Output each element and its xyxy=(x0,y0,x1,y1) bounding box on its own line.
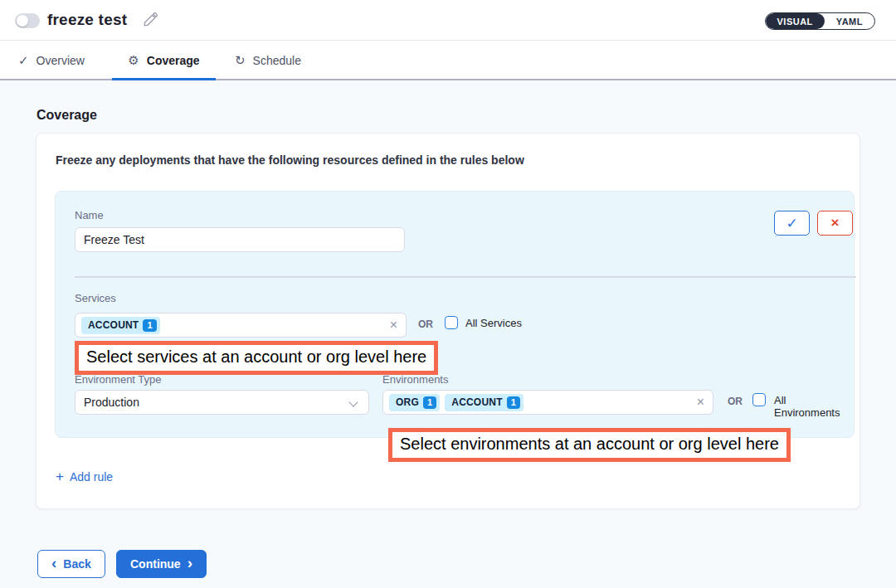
coverage-card: Freeze any deployments that have the fol… xyxy=(36,133,860,509)
name-label: Name xyxy=(75,209,104,221)
schedule-clock-icon: ↻ xyxy=(235,53,246,68)
plus-icon: + xyxy=(56,471,64,483)
environment-chip-account[interactable]: ACCOUNT 1 xyxy=(445,394,523,411)
freeze-title: freeze test xyxy=(47,11,127,29)
back-button[interactable]: ‹ Back xyxy=(37,550,105,578)
divider xyxy=(75,276,856,278)
chip-count-badge: 1 xyxy=(143,319,156,332)
confirm-rule-button[interactable]: ✓ xyxy=(774,211,810,236)
all-environments-checkbox[interactable] xyxy=(752,393,766,406)
confirm-check-icon: ✓ xyxy=(786,215,797,232)
environments-clear-icon[interactable]: × xyxy=(697,395,704,410)
chevron-left-icon: ‹ xyxy=(51,557,56,569)
services-annotation-callout: Select services at an account or org lev… xyxy=(75,341,438,375)
check-icon: ✓ xyxy=(18,53,29,68)
environment-type-select[interactable]: Production xyxy=(75,390,369,415)
tab-schedule[interactable]: ↻ Schedule xyxy=(235,41,301,80)
tab-bar: ✓ Overview ⚙ Coverage ↻ Schedule xyxy=(0,41,896,80)
continue-button-label: Continue xyxy=(130,557,181,571)
add-rule-label: Add rule xyxy=(70,470,113,484)
services-label: Services xyxy=(75,292,116,304)
card-description: Freeze any deployments that have the fol… xyxy=(56,153,524,167)
edit-pencil-icon[interactable] xyxy=(143,12,158,27)
service-chip-account[interactable]: ACCOUNT 1 xyxy=(81,317,160,334)
tab-coverage-label: Coverage xyxy=(147,54,200,67)
environment-type-value: Production xyxy=(84,396,139,409)
page-title: Coverage xyxy=(37,108,97,123)
services-clear-icon[interactable]: × xyxy=(390,318,397,333)
cancel-x-icon: × xyxy=(831,215,840,231)
environments-or-label: OR xyxy=(728,396,743,407)
continue-button[interactable]: Continue › xyxy=(116,550,207,578)
chip-count-badge: 1 xyxy=(423,396,436,409)
yaml-toggle-button[interactable]: YAML xyxy=(825,13,874,29)
back-button-label: Back xyxy=(63,557,90,571)
tab-coverage[interactable]: ⚙ Coverage xyxy=(112,41,216,80)
tab-overview[interactable]: ✓ Overview xyxy=(18,41,85,80)
chip-text: ACCOUNT xyxy=(88,319,139,331)
all-environments-label: All Environments xyxy=(774,394,854,419)
environment-type-label: Environment Type xyxy=(75,373,162,386)
services-or-label: OR xyxy=(418,318,433,330)
delete-rule-button[interactable]: × xyxy=(817,211,853,236)
tab-overview-label: Overview xyxy=(37,54,85,67)
toggle-knob xyxy=(17,15,28,27)
visual-yaml-toggle: VISUAL YAML xyxy=(765,12,876,30)
services-input[interactable]: ACCOUNT 1 × xyxy=(75,313,407,338)
add-rule-button[interactable]: + Add rule xyxy=(56,470,113,484)
active-tab-underline xyxy=(112,78,216,80)
freeze-window: freeze test VISUAL YAML ✓ Overview ⚙ Cov… xyxy=(0,0,896,588)
environments-label: Environments xyxy=(382,373,448,386)
rule-panel: Name Freeze Test ✓ × Services ACCOUNT 1 … xyxy=(55,191,855,438)
freeze-enabled-toggle[interactable] xyxy=(15,13,40,28)
chip-count-badge: 1 xyxy=(507,396,520,409)
all-services-checkbox[interactable] xyxy=(445,316,458,329)
chip-text: ORG xyxy=(396,396,419,408)
chip-text: ACCOUNT xyxy=(451,396,502,408)
name-input[interactable]: Freeze Test xyxy=(75,227,405,252)
environments-annotation-callout: Select environments at an account or org… xyxy=(388,428,791,462)
visual-toggle-button[interactable]: VISUAL xyxy=(766,13,825,29)
chevron-right-icon: › xyxy=(187,557,192,569)
tab-schedule-label: Schedule xyxy=(253,54,301,67)
top-bar: freeze test VISUAL YAML xyxy=(0,0,896,41)
chevron-down-icon xyxy=(348,397,358,406)
name-input-value: Freeze Test xyxy=(84,233,144,246)
environment-chip-org[interactable]: ORG 1 xyxy=(389,394,440,411)
gear-icon: ⚙ xyxy=(128,53,139,68)
environments-input[interactable]: ORG 1 ACCOUNT 1 × xyxy=(382,390,713,415)
all-services-label: All Services xyxy=(465,317,522,329)
